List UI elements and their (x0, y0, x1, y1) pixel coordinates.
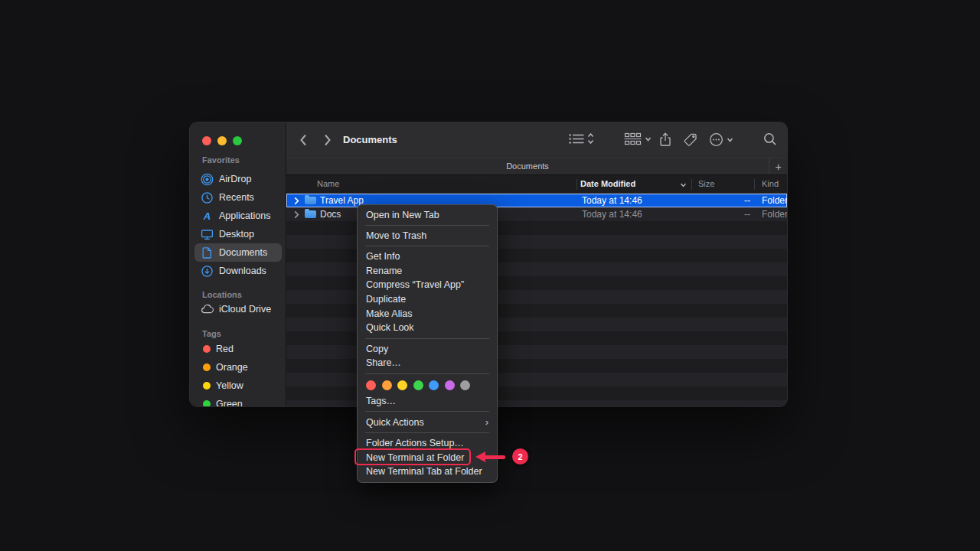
tag-icon (684, 132, 698, 147)
column-header-date-modified[interactable]: Date Modified (580, 179, 635, 188)
sidebar-item-label: Red (216, 344, 234, 354)
chevron-right-icon (323, 133, 332, 147)
menu-item-new-terminal-tab-at-folder[interactable]: New Terminal Tab at Folder (358, 465, 497, 479)
menu-item-rename[interactable]: Rename (358, 264, 497, 279)
back-button[interactable] (296, 132, 311, 148)
close-button[interactable] (202, 136, 211, 145)
red-tag-swatch[interactable] (366, 380, 376, 390)
downloads-icon (201, 265, 214, 278)
sidebar-item-applications[interactable]: A Applications (194, 207, 282, 225)
step-number: 2 (518, 452, 522, 461)
toolbar: Documents (286, 122, 787, 158)
yellow-tag-swatch[interactable] (397, 380, 407, 390)
menu-item-quick-look[interactable]: Quick Look (358, 321, 497, 335)
tag-color-row (358, 377, 497, 394)
sidebar-item-label: Downloads (219, 266, 266, 276)
sidebar-item-airdrop[interactable]: AirDrop (194, 170, 282, 188)
red-tag-icon (203, 345, 211, 353)
share-button[interactable] (659, 132, 671, 147)
menu-separator (365, 225, 489, 226)
sidebar-item-label: Applications (219, 210, 270, 221)
context-menu: Open in New Tab Move to Trash Get Info R… (357, 204, 498, 483)
menu-item-label: Quick Actions (366, 417, 424, 428)
column-header-kind[interactable]: Kind (762, 179, 779, 188)
share-icon (659, 132, 671, 147)
folder-icon (305, 197, 316, 204)
orange-tag-icon (203, 364, 211, 371)
menu-separator (365, 373, 489, 374)
new-tab-button[interactable]: + (769, 158, 787, 174)
chevron-up-down-icon (587, 132, 594, 145)
sidebar-item-tag-red[interactable]: Red (194, 340, 282, 358)
menu-item-get-info[interactable]: Get Info (358, 249, 497, 264)
disclosure-chevron-icon[interactable] (294, 210, 299, 219)
sidebar-item-label: iCloud Drive (219, 304, 271, 315)
view-mode-button[interactable] (569, 132, 594, 145)
applications-icon: A (201, 210, 214, 223)
list-view-icon (569, 133, 584, 145)
tag-button[interactable] (684, 132, 698, 147)
file-size: -- (720, 209, 750, 220)
chevron-down-icon (727, 137, 733, 142)
orange-tag-swatch[interactable] (382, 380, 392, 390)
yellow-tag-icon (203, 382, 211, 390)
sidebar-item-desktop[interactable]: Desktop (194, 225, 282, 243)
search-icon (763, 132, 777, 146)
minimize-button[interactable] (217, 136, 227, 145)
sidebar-item-tag-green[interactable]: Green (194, 395, 282, 406)
desktop-icon (201, 228, 214, 241)
file-name: Docs (320, 209, 341, 220)
sidebar-item-downloads[interactable]: Downloads (194, 262, 282, 280)
sidebar-item-documents[interactable]: Documents (194, 243, 282, 262)
search-button[interactable] (763, 132, 777, 146)
annotation-arrow-shaft (484, 455, 505, 459)
zoom-button[interactable] (233, 136, 242, 145)
sidebar-item-tag-yellow[interactable]: Yellow (194, 377, 282, 395)
green-tag-swatch[interactable] (413, 380, 423, 390)
file-name: Travel App (320, 195, 364, 206)
file-kind: Folder (762, 195, 787, 206)
sidebar-item-recents[interactable]: Recents (194, 188, 282, 207)
menu-separator (365, 432, 489, 433)
column-header-size[interactable]: Size (698, 179, 714, 188)
more-actions-button[interactable] (709, 132, 733, 147)
green-tag-icon (203, 400, 211, 406)
column-header-name[interactable]: Name (317, 179, 339, 188)
plus-icon: + (775, 161, 781, 173)
menu-item-share[interactable]: Share… (358, 356, 497, 370)
menu-item-open-in-new-tab[interactable]: Open in New Tab (358, 208, 497, 222)
clock-icon (201, 191, 214, 204)
menu-item-copy[interactable]: Copy (358, 342, 497, 357)
group-button[interactable] (624, 132, 652, 145)
chevron-left-icon (299, 133, 308, 147)
file-size: -- (720, 195, 750, 206)
purple-tag-swatch[interactable] (445, 380, 455, 390)
tab-documents[interactable]: Documents (286, 161, 769, 171)
forward-button[interactable] (319, 132, 335, 148)
sidebar-item-label: Desktop (219, 229, 254, 240)
sidebar-item-label: Orange (216, 362, 248, 373)
menu-item-compress[interactable]: Compress “Travel App” (358, 278, 497, 292)
disclosure-chevron-icon[interactable] (294, 197, 299, 205)
menu-item-make-alias[interactable]: Make Alias (358, 306, 497, 321)
gray-tag-swatch[interactable] (460, 380, 470, 390)
submenu-chevron-icon: › (485, 416, 488, 428)
blue-tag-swatch[interactable] (429, 380, 439, 390)
document-icon (201, 246, 214, 259)
desktop-background: Favorites AirDrop Recents A App (0, 0, 980, 551)
menu-separator (365, 338, 489, 339)
menu-item-quick-actions[interactable]: Quick Actions › (358, 415, 497, 429)
menu-item-tags[interactable]: Tags… (358, 394, 497, 409)
sidebar-item-tag-orange[interactable]: Orange (194, 358, 282, 377)
menu-item-duplicate[interactable]: Duplicate (358, 292, 497, 307)
column-divider[interactable] (691, 179, 692, 190)
file-date-modified: Today at 14:46 (582, 195, 642, 206)
sidebar-section-favorites: Favorites (202, 155, 240, 165)
column-divider[interactable] (577, 179, 577, 190)
sidebar-item-icloud-drive[interactable]: iCloud Drive (194, 300, 282, 318)
menu-item-move-to-trash[interactable]: Move to Trash (358, 229, 497, 243)
column-divider[interactable] (754, 179, 755, 190)
window-title: Documents (343, 134, 397, 145)
sidebar: Favorites AirDrop Recents A App (190, 122, 286, 406)
sidebar-item-label: Green (216, 399, 243, 406)
